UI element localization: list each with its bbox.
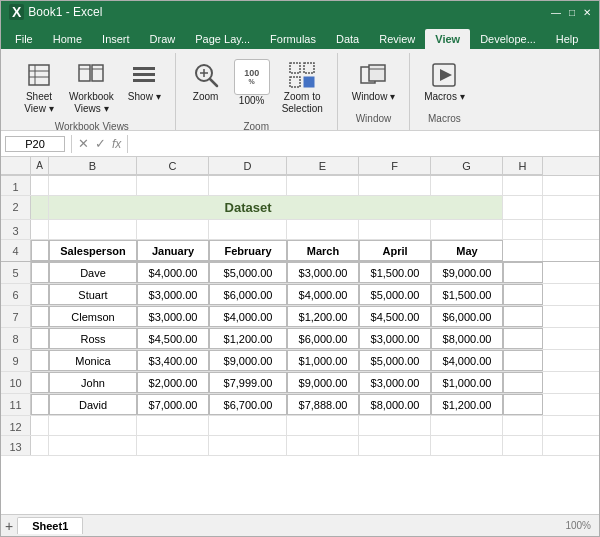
- tab-view[interactable]: View: [425, 29, 470, 49]
- cell[interactable]: [31, 306, 49, 327]
- cell-february[interactable]: $6,000.00: [209, 284, 287, 305]
- cell-february[interactable]: $7,999.00: [209, 372, 287, 393]
- zoom-button[interactable]: Zoom: [186, 57, 226, 105]
- cell[interactable]: [503, 372, 543, 393]
- cell[interactable]: [287, 220, 359, 239]
- cell[interactable]: [31, 350, 49, 371]
- col-header-e[interactable]: E: [287, 157, 359, 175]
- cell[interactable]: [431, 436, 503, 455]
- cell-may[interactable]: $1,000.00: [431, 372, 503, 393]
- cell-march[interactable]: $7,888.00: [287, 394, 359, 415]
- cell-january[interactable]: $2,000.00: [137, 372, 209, 393]
- tab-insert[interactable]: Insert: [92, 29, 140, 49]
- cell[interactable]: [287, 196, 359, 219]
- cell[interactable]: [503, 416, 543, 435]
- cell[interactable]: [137, 416, 209, 435]
- cell[interactable]: [503, 240, 543, 261]
- formula-input[interactable]: [134, 137, 595, 151]
- cell-march[interactable]: $9,000.00: [287, 372, 359, 393]
- cell-january[interactable]: $3,000.00: [137, 284, 209, 305]
- cell[interactable]: [503, 284, 543, 305]
- cell-may[interactable]: $8,000.00: [431, 328, 503, 349]
- cell-january[interactable]: $3,000.00: [137, 306, 209, 327]
- cell-march[interactable]: $6,000.00: [287, 328, 359, 349]
- cell-february[interactable]: $4,000.00: [209, 306, 287, 327]
- cell-april[interactable]: $3,000.00: [359, 328, 431, 349]
- macros-button[interactable]: Macros ▾: [420, 57, 469, 105]
- cell[interactable]: [137, 436, 209, 455]
- cell[interactable]: [31, 220, 49, 239]
- col-header-d[interactable]: D: [209, 157, 287, 175]
- cell[interactable]: [431, 176, 503, 195]
- col-header-f[interactable]: F: [359, 157, 431, 175]
- cell-salesperson[interactable]: Monica: [49, 350, 137, 371]
- col-header-b[interactable]: B: [49, 157, 137, 175]
- col-header-c[interactable]: C: [137, 157, 209, 175]
- cell[interactable]: [31, 372, 49, 393]
- cell[interactable]: [359, 176, 431, 195]
- tab-data[interactable]: Data: [326, 29, 369, 49]
- insert-function-icon[interactable]: fx: [112, 137, 121, 151]
- cell[interactable]: [209, 436, 287, 455]
- cell[interactable]: [287, 416, 359, 435]
- cell[interactable]: [209, 176, 287, 195]
- window-button[interactable]: Window ▾: [348, 57, 399, 105]
- column-header-salesperson[interactable]: Salesperson: [49, 240, 137, 261]
- cell-january[interactable]: $4,500.00: [137, 328, 209, 349]
- cell[interactable]: [209, 416, 287, 435]
- cell[interactable]: [31, 262, 49, 283]
- cell[interactable]: [503, 176, 543, 195]
- cell[interactable]: [359, 196, 431, 219]
- cell-may[interactable]: $1,200.00: [431, 394, 503, 415]
- cell[interactable]: [503, 306, 543, 327]
- cell[interactable]: [359, 220, 431, 239]
- add-sheet-button[interactable]: +: [1, 518, 17, 534]
- sheet-view-button[interactable]: SheetView ▾: [19, 57, 59, 117]
- cell-april[interactable]: $5,000.00: [359, 350, 431, 371]
- tab-page-layout[interactable]: Page Lay...: [185, 29, 260, 49]
- cell[interactable]: [49, 176, 137, 195]
- cell[interactable]: [359, 416, 431, 435]
- minimize-button[interactable]: —: [551, 7, 561, 18]
- tab-developer[interactable]: Develope...: [470, 29, 546, 49]
- tab-home[interactable]: Home: [43, 29, 92, 49]
- cell[interactable]: [503, 394, 543, 415]
- cell[interactable]: [31, 176, 49, 195]
- zoom-to-selection-button[interactable]: Zoom toSelection: [278, 57, 327, 117]
- cell-may[interactable]: $4,000.00: [431, 350, 503, 371]
- show-button[interactable]: Show ▾: [124, 57, 165, 105]
- cancel-formula-icon[interactable]: ✕: [78, 136, 89, 151]
- cell-salesperson[interactable]: Stuart: [49, 284, 137, 305]
- close-button[interactable]: ✕: [583, 7, 591, 18]
- cell[interactable]: [31, 394, 49, 415]
- column-header-may[interactable]: May: [431, 240, 503, 261]
- window-controls[interactable]: — □ ✕: [551, 7, 591, 18]
- cell-january[interactable]: $7,000.00: [137, 394, 209, 415]
- cell[interactable]: [137, 196, 209, 219]
- tab-formulas[interactable]: Formulas: [260, 29, 326, 49]
- cell[interactable]: [31, 436, 49, 455]
- cell[interactable]: [49, 196, 137, 219]
- cell-may[interactable]: $1,500.00: [431, 284, 503, 305]
- cell[interactable]: [287, 436, 359, 455]
- cell[interactable]: [31, 240, 49, 261]
- cell[interactable]: [503, 350, 543, 371]
- cell[interactable]: [503, 196, 543, 219]
- cell-february[interactable]: $6,700.00: [209, 394, 287, 415]
- cell[interactable]: [503, 220, 543, 239]
- cell[interactable]: [431, 220, 503, 239]
- cell[interactable]: [503, 262, 543, 283]
- cell[interactable]: [503, 328, 543, 349]
- cell-salesperson[interactable]: David: [49, 394, 137, 415]
- sheet-tab-active[interactable]: Sheet1: [17, 517, 83, 534]
- confirm-formula-icon[interactable]: ✓: [95, 136, 106, 151]
- cell[interactable]: [137, 176, 209, 195]
- empty-spreadsheet-area[interactable]: [1, 456, 599, 514]
- column-header-january[interactable]: January: [137, 240, 209, 261]
- tab-help[interactable]: Help: [546, 29, 589, 49]
- cell-salesperson[interactable]: John: [49, 372, 137, 393]
- cell-march[interactable]: $4,000.00: [287, 284, 359, 305]
- cell-february[interactable]: $5,000.00: [209, 262, 287, 283]
- column-header-april[interactable]: April: [359, 240, 431, 261]
- dataset-title-cell[interactable]: Dataset: [209, 196, 287, 219]
